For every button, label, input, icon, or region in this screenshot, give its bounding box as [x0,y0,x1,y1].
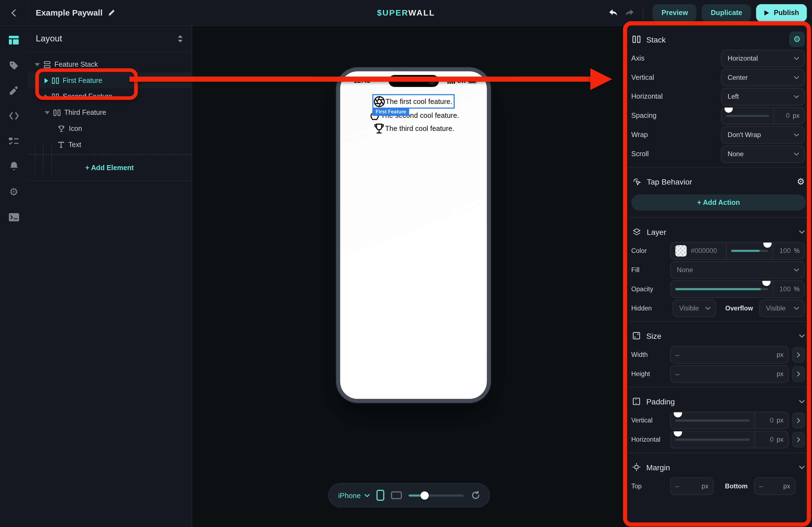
padding-vertical-expand-button[interactable] [792,412,805,428]
caret-down-icon[interactable] [35,63,40,66]
margin-top-input[interactable]: – px [670,477,713,495]
color-percent-box[interactable]: 100 % [773,242,804,259]
stack-horizontal-icon [632,35,641,44]
spacing-control: 0 px [721,107,804,124]
hidden-select[interactable]: Visible [672,299,716,317]
margin-bottom-input[interactable]: – px [754,477,795,495]
rail-code-icon[interactable] [3,106,24,126]
edit-title-icon[interactable] [108,9,115,17]
portrait-icon[interactable] [376,490,384,501]
back-button[interactable] [7,5,21,20]
color-swatch[interactable] [676,245,687,256]
wrap-label: Wrap [632,131,721,139]
feature-row-selected[interactable]: The first cool feature. First Feature [373,94,454,109]
rail-checklist-icon[interactable] [3,131,24,151]
feature-row[interactable]: The third cool feature. [373,122,454,135]
scroll-select[interactable]: None [721,145,804,163]
spacing-value-box[interactable]: 0 px [773,107,804,124]
rail-tag-icon[interactable] [3,55,24,75]
padding-section-header: Padding [626,392,812,411]
fill-select[interactable]: None [670,261,805,278]
publish-button[interactable]: Publish [756,4,807,21]
phone-screen[interactable]: 12:45 SW The first cool feature. Fi [340,72,487,399]
height-input[interactable]: – px [670,365,788,382]
device-label: iPhone [338,491,361,499]
rail-gear-icon[interactable]: ⚙ [3,181,24,202]
chevron-down-icon [799,334,804,337]
wrap-row: Wrap Don't Wrap [626,125,812,144]
landscape-icon[interactable] [391,492,402,499]
padding-horizontal-expand-button[interactable] [792,432,805,447]
tree-item-third-feature[interactable]: Third Feature [28,105,192,121]
caret-right-icon[interactable] [45,78,48,83]
opacity-label: Opacity [632,285,670,292]
superwall-logo: $UPERWALL [377,8,435,17]
logo-accent: $UPER [377,8,408,17]
spacing-row: Spacing 0 px [626,106,812,125]
padding-horizontal-knob[interactable] [674,431,682,436]
horizontal-select[interactable]: Left [721,88,804,105]
tree-item-icon[interactable]: Icon [28,121,192,137]
chevron-down-icon [794,268,799,271]
rail-layout-icon[interactable] [3,29,24,50]
size-section-title: Size [647,331,794,340]
tree-item-second-feature[interactable]: Second Feature [28,88,192,105]
opacity-percent-box[interactable]: 100 % [773,281,804,297]
topbar: Example Paywall $UPERWALL Preview Duplic… [0,0,812,26]
tree-item-first-feature[interactable]: First Feature [28,73,192,89]
padding-vertical-slider[interactable] [671,412,754,428]
stack-settings-button[interactable]: ⚙ [789,32,805,47]
chevron-down-icon [794,152,799,155]
chevron-down-icon [705,306,710,310]
add-action-button[interactable]: + Add Action [632,195,806,211]
device-select[interactable]: iPhone [338,491,369,499]
padding-vertical-value[interactable]: 0 px [754,412,788,428]
padding-horizontal-value[interactable]: 0 px [754,431,788,448]
opacity-slider[interactable] [671,281,773,297]
overflow-select[interactable]: Visible [759,299,805,317]
spacing-slider[interactable] [721,107,773,124]
rail-bell-icon[interactable] [3,156,24,177]
status-icons: SW [448,77,479,84]
duplicate-button[interactable]: Duplicate [702,4,751,21]
phone-preview: 12:45 SW The first cool feature. Fi [336,67,491,403]
preview-button[interactable]: Preview [653,4,697,21]
zoom-slider-knob[interactable] [420,491,429,499]
scroll-label: Scroll [632,150,721,158]
zoom-slider[interactable] [408,494,464,496]
axis-select[interactable]: Horizontal [721,49,804,67]
caret-right-icon[interactable] [45,94,48,99]
tree-item-feature-stack[interactable]: Feature Stack [28,57,192,73]
rail-brush-icon[interactable] [3,80,24,101]
inspector-panel: Stack ⚙ Axis Horizontal Vertical Center … [626,25,812,527]
undo-icon[interactable] [609,9,618,17]
status-bar: 12:45 SW [340,74,487,90]
paywall-title-group: Example Paywall [28,8,115,17]
superwall-editor: Example Paywall $UPERWALL Preview Duplic… [0,0,812,527]
spacing-slider-knob[interactable] [725,107,733,112]
color-alpha-slider[interactable] [726,242,773,259]
padding-vertical-knob[interactable] [674,411,682,417]
width-expand-button[interactable] [792,347,805,362]
vertical-select[interactable]: Center [721,69,804,86]
opacity-slider-knob[interactable] [762,280,770,286]
tap-icon [632,177,641,186]
padding-horizontal-slider[interactable] [671,431,754,448]
padding-vertical-control: 0 px [670,411,788,429]
wrap-select[interactable]: Don't Wrap [721,126,804,144]
caret-down-icon[interactable] [45,111,50,114]
color-swatch-field[interactable]: #000000 [671,242,726,259]
refresh-icon[interactable] [471,491,480,500]
height-expand-button[interactable] [792,366,805,382]
size-icon [632,332,641,340]
sort-icon[interactable] [177,34,183,43]
margin-bottom-label: Bottom [725,482,748,490]
width-input[interactable]: – px [670,346,788,363]
scroll-row: Scroll None [626,144,812,163]
redo-icon[interactable] [625,9,635,17]
margin-section-header: Margin [626,458,812,477]
color-alpha-knob[interactable] [763,242,772,247]
opacity-control: 100 % [670,280,805,298]
tap-settings-button[interactable]: ⚙ [797,177,805,186]
rail-terminal-icon[interactable] [3,207,24,227]
